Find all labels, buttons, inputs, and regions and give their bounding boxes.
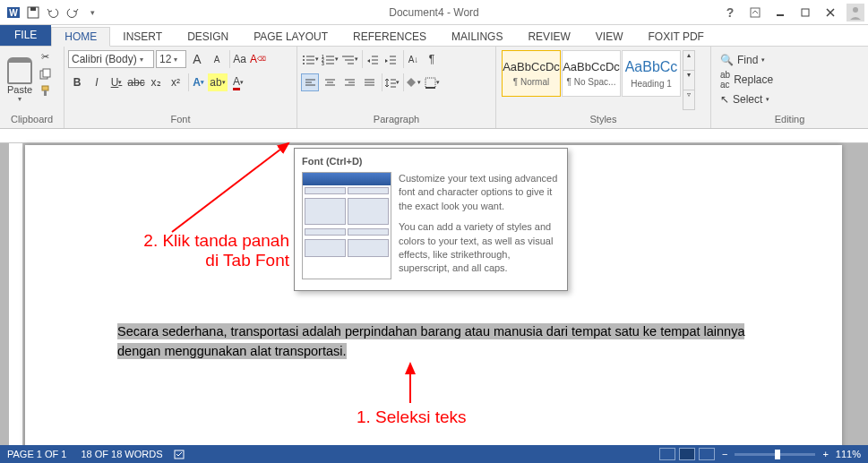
show-marks-button[interactable]: ¶ [423,50,441,68]
document-selected-text[interactable]: Secara sederhana, transportasi adalah pe… [117,322,757,362]
undo-icon[interactable] [43,3,63,22]
web-layout-icon[interactable] [699,448,715,460]
zoom-slider[interactable] [735,453,815,456]
shrink-font-button[interactable]: A [208,50,226,68]
find-button[interactable]: 🔍Find▾ [720,50,773,70]
italic-button[interactable]: I [88,73,106,91]
decrease-indent-button[interactable] [362,50,380,68]
tab-view[interactable]: VIEW [583,28,636,46]
group-font: Calibri (Body)▾ 12▾ A A Aa A⌫ B I U▾ abc… [64,47,297,128]
save-icon[interactable] [23,3,43,22]
proofing-icon[interactable] [174,448,186,460]
cut-icon[interactable]: ✂ [38,48,52,64]
tab-page-layout[interactable]: PAGE LAYOUT [241,28,340,46]
styles-down-icon[interactable]: ▾ [683,70,694,90]
annotation-1: 1. Seleksi teks [357,407,467,427]
zoom-level[interactable]: 111% [836,449,861,459]
svg-text:W: W [9,8,18,18]
svg-rect-12 [44,90,47,96]
style-heading1[interactable]: AaBbCcHeading 1 [622,50,681,97]
svg-line-51 [172,143,288,232]
grow-font-button[interactable]: A [188,50,206,68]
tab-review[interactable]: REVIEW [515,28,582,46]
tooltip-title: Font (Ctrl+D) [302,156,560,167]
font-size-combo[interactable]: 12▾ [156,50,186,68]
tab-design[interactable]: DESIGN [175,28,241,46]
document-area: Font (Ctrl+D) Customize your text using … [0,129,868,445]
vertical-ruler[interactable] [9,143,23,445]
svg-rect-4 [751,8,760,17]
svg-rect-3 [30,7,36,11]
superscript-button[interactable]: x² [167,73,185,91]
status-words[interactable]: 18 OF 18 WORDS [81,449,162,459]
close-button[interactable] [818,4,843,21]
strikethrough-button[interactable]: abc [127,73,145,91]
change-case-button[interactable]: Aa [229,50,247,68]
zoom-out-button[interactable]: − [722,449,727,459]
format-painter-icon[interactable] [38,82,52,99]
copy-icon[interactable] [38,65,52,81]
ribbon-tabs: FILE HOME INSERT DESIGN PAGE LAYOUT REFE… [0,25,868,47]
tab-foxit-pdf[interactable]: FOXIT PDF [635,28,716,46]
group-clipboard-label: Clipboard [0,114,64,128]
bullets-button[interactable]: ▾ [301,50,319,68]
align-center-button[interactable] [321,73,339,91]
tab-references[interactable]: REFERENCES [340,28,439,46]
underline-button[interactable]: U▾ [107,73,125,91]
group-paragraph-label: Paragraph [297,114,495,128]
tab-home[interactable]: HOME [51,27,110,47]
subscript-button[interactable]: x₂ [147,73,165,91]
numbering-button[interactable]: 123▾ [321,50,339,68]
styles-gallery[interactable]: AaBbCcDc¶ Normal AaBbCcDc¶ No Spac... Aa… [500,48,683,112]
align-left-button[interactable] [301,73,319,91]
svg-point-8 [853,7,858,13]
print-layout-icon[interactable] [679,448,695,460]
tab-insert[interactable]: INSERT [110,28,175,46]
ribbon-collapse-icon[interactable] [743,4,768,21]
increase-indent-button[interactable] [382,50,400,68]
help-icon[interactable]: ? [718,4,743,21]
svg-rect-11 [42,86,48,90]
redo-icon[interactable] [63,3,82,22]
page[interactable]: Font (Ctrl+D) Customize your text using … [25,145,842,445]
account-icon[interactable] [843,4,868,21]
styles-up-icon[interactable]: ▴ [683,51,694,70]
minimize-button[interactable] [768,4,793,21]
title-bar: W ▾ Document4 - Word ? [0,0,868,25]
replace-button[interactable]: abacReplace [720,70,773,90]
bold-button[interactable]: B [68,73,86,91]
highlight-button[interactable]: ab▾ [208,73,228,91]
multilevel-button[interactable]: ▾ [340,50,358,68]
paste-button[interactable]: Paste ▾ [4,48,36,112]
select-button[interactable]: ↖Select▾ [720,90,773,109]
read-mode-icon[interactable] [659,448,675,460]
line-spacing-button[interactable]: ▾ [382,73,400,91]
horizontal-ruler[interactable] [0,129,868,143]
arrow-1 [401,360,419,405]
tooltip-thumbnail [302,172,391,279]
style-no-spacing[interactable]: AaBbCcDc¶ No Spac... [562,50,621,97]
maximize-button[interactable] [793,4,818,21]
borders-button[interactable]: ▾ [423,73,441,91]
group-font-label: Font [64,114,296,128]
styles-more-icon[interactable]: ▿ [683,90,694,109]
zoom-in-button[interactable]: + [822,449,828,459]
tab-file[interactable]: FILE [0,24,51,46]
svg-point-17 [303,63,305,64]
annotation-2: 2. Klik tanda panah di Tab Font [117,231,289,270]
svg-point-15 [303,59,305,61]
font-name-combo[interactable]: Calibri (Body)▾ [68,50,154,68]
justify-button[interactable] [360,73,378,91]
font-color-button[interactable]: A▾ [229,73,247,91]
shading-button[interactable]: ▾ [403,73,421,91]
sort-button[interactable]: A↓ [403,50,421,68]
tooltip-text: Customize your text using advanced font … [399,172,560,283]
status-page[interactable]: PAGE 1 OF 1 [7,449,66,459]
align-right-button[interactable] [340,73,358,91]
view-buttons [659,448,715,460]
text-effects-button[interactable]: A▾ [188,73,206,91]
clear-format-button[interactable]: A⌫ [249,50,267,68]
tab-mailings[interactable]: MAILINGS [439,28,515,46]
style-normal[interactable]: AaBbCcDc¶ Normal [502,50,561,97]
qat-customize-icon[interactable]: ▾ [82,3,102,22]
